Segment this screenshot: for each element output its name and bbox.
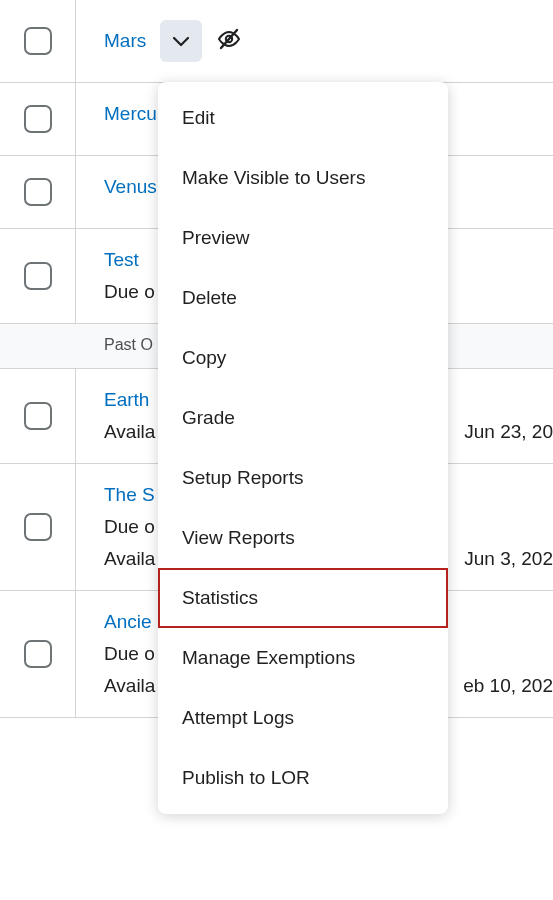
checkbox-cell bbox=[0, 324, 76, 368]
menu-item-setup-reports[interactable]: Setup Reports bbox=[158, 448, 448, 508]
row-checkbox[interactable] bbox=[24, 105, 52, 133]
actions-dropdown-button[interactable] bbox=[160, 20, 202, 62]
checkbox-cell bbox=[0, 83, 76, 155]
checkbox-cell bbox=[0, 464, 76, 590]
row-checkbox[interactable] bbox=[24, 640, 52, 668]
checkbox-cell bbox=[0, 369, 76, 463]
menu-item-grade[interactable]: Grade bbox=[158, 388, 448, 448]
checkbox-cell bbox=[0, 156, 76, 228]
item-link[interactable]: Earth bbox=[104, 389, 149, 411]
row-checkbox[interactable] bbox=[24, 178, 52, 206]
row-checkbox[interactable] bbox=[24, 513, 52, 541]
row-checkbox[interactable] bbox=[24, 27, 52, 55]
item-link[interactable]: The S bbox=[104, 484, 155, 506]
item-link[interactable]: Test bbox=[104, 249, 139, 271]
menu-item-view-reports[interactable]: View Reports bbox=[158, 508, 448, 568]
item-link[interactable]: Ancie bbox=[104, 611, 152, 633]
date-text: Jun 3, 202 bbox=[464, 464, 553, 590]
menu-item-make-visible[interactable]: Make Visible to Users bbox=[158, 148, 448, 208]
hidden-icon bbox=[216, 26, 242, 57]
date-text: Jun 23, 20 bbox=[464, 369, 553, 463]
title-line: Mars bbox=[104, 20, 535, 62]
row-checkbox[interactable] bbox=[24, 402, 52, 430]
checkbox-cell bbox=[0, 229, 76, 323]
table-row: Mars bbox=[0, 0, 553, 83]
menu-item-statistics[interactable]: Statistics bbox=[158, 568, 448, 628]
menu-item-preview[interactable]: Preview bbox=[158, 208, 448, 268]
checkbox-cell bbox=[0, 0, 76, 82]
menu-item-publish-to-lor[interactable]: Publish to LOR bbox=[158, 748, 448, 808]
menu-item-copy[interactable]: Copy bbox=[158, 328, 448, 388]
item-link[interactable]: Mars bbox=[104, 30, 146, 52]
menu-item-delete[interactable]: Delete bbox=[158, 268, 448, 328]
date-text: eb 10, 202 bbox=[463, 591, 553, 717]
section-label: Past O bbox=[76, 324, 171, 368]
chevron-down-icon bbox=[173, 30, 189, 52]
row-main: Mars bbox=[76, 0, 553, 82]
item-link[interactable]: Venus bbox=[104, 176, 157, 198]
menu-item-attempt-logs[interactable]: Attempt Logs bbox=[158, 688, 448, 748]
item-link[interactable]: Mercu bbox=[104, 103, 157, 125]
row-checkbox[interactable] bbox=[24, 262, 52, 290]
menu-item-manage-exemptions[interactable]: Manage Exemptions bbox=[158, 628, 448, 688]
actions-dropdown-menu: Edit Make Visible to Users Preview Delet… bbox=[158, 82, 448, 814]
checkbox-cell bbox=[0, 591, 76, 717]
menu-item-edit[interactable]: Edit bbox=[158, 88, 448, 148]
